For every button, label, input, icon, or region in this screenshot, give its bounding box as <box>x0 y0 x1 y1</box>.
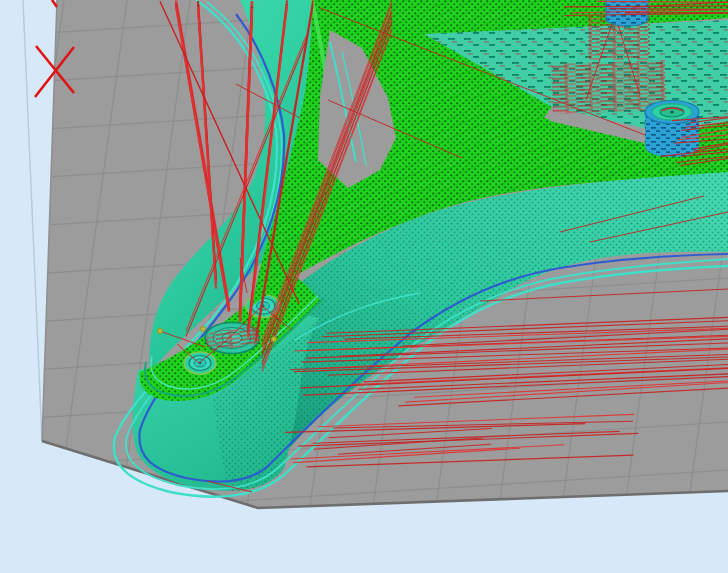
preview-3d-scene[interactable] <box>0 0 728 573</box>
retraction-marker <box>200 326 205 331</box>
retraction-marker <box>271 336 276 341</box>
gcode-viewport[interactable] <box>0 0 728 573</box>
bolt-hole-recess <box>205 323 261 354</box>
retraction-marker <box>157 328 162 333</box>
travel-line-top-right <box>609 9 728 10</box>
bolt-hole-3 <box>184 352 216 374</box>
